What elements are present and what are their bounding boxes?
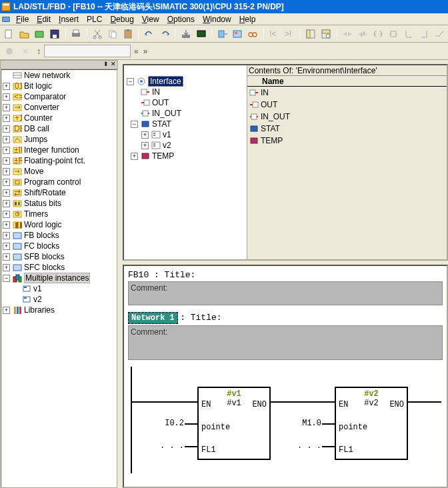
catalog-fc[interactable]: +FC blocks — [1, 241, 117, 251]
folder-icon — [12, 135, 22, 144]
menu-edit[interactable]: Edit — [33, 15, 55, 24]
block2-in1[interactable]: M1.0 — [292, 419, 321, 428]
box-button[interactable] — [386, 27, 400, 41]
catalog-move[interactable]: +Move — [1, 166, 117, 177]
network-comment[interactable]: Comment: — [128, 325, 443, 360]
nav-next[interactable]: » — [143, 47, 148, 56]
menu-plc[interactable]: PLC — [83, 15, 106, 24]
iface-in[interactable]: IN — [124, 87, 247, 97]
grid-row-out[interactable]: OUT — [247, 99, 447, 111]
detail-button[interactable] — [319, 27, 333, 41]
network-title-row: Network 1 : Title: — [128, 312, 443, 324]
grid-row-stat[interactable]: STAT — [247, 123, 447, 135]
prev-error-button[interactable]: !< — [267, 27, 281, 41]
goto-button[interactable] — [215, 27, 229, 41]
branch-open-button[interactable] — [401, 27, 415, 41]
menu-view[interactable]: View — [138, 15, 163, 24]
new-button[interactable] — [2, 27, 16, 41]
nav-prev[interactable]: « — [134, 47, 139, 56]
redo-button[interactable] — [157, 27, 171, 41]
catalog-converter[interactable]: +Converter — [1, 102, 117, 113]
svg-point-19 — [249, 33, 253, 37]
catalog-timers[interactable]: +Timers — [1, 209, 117, 219]
ref-button[interactable] — [231, 27, 245, 41]
catalog-multi-inst[interactable]: −Multiple instances — [1, 273, 117, 283]
undo-button[interactable] — [142, 27, 156, 41]
svg-rect-74 — [141, 89, 147, 95]
catalog-program-ctrl[interactable]: +Program control — [1, 177, 117, 187]
address-combo[interactable] — [44, 45, 131, 57]
app-icon — [1, 2, 11, 11]
catalog-sfc[interactable]: +SFC blocks — [1, 262, 117, 273]
cut-button[interactable] — [91, 27, 105, 41]
save-button[interactable] — [48, 27, 62, 41]
iface-inout[interactable]: IN_OUT — [124, 108, 247, 119]
catalog-new-network[interactable]: New network — [1, 70, 117, 81]
network-label[interactable]: Network 1 — [128, 312, 178, 324]
next-error-button[interactable]: >! — [283, 27, 297, 41]
connect-button[interactable] — [432, 27, 446, 41]
block1-in2[interactable]: . . . — [155, 441, 184, 451]
monitor-button[interactable] — [194, 27, 208, 41]
pin-in2-label: FL1 — [201, 445, 216, 455]
menu-options[interactable]: Options — [163, 15, 199, 24]
iface-out[interactable]: OUT — [124, 97, 247, 108]
menu-file[interactable]: File — [12, 15, 33, 24]
download-button[interactable] — [179, 27, 193, 41]
catalog-shift[interactable]: +⇄Shift/Rotate — [1, 187, 117, 198]
run-button[interactable]: ✕ — [19, 44, 33, 59]
block2-in2[interactable]: . . . — [292, 441, 321, 451]
catalog-libraries[interactable]: +Libraries — [1, 305, 117, 315]
catalog-counter[interactable]: ++1Counter — [1, 113, 117, 123]
copy-button[interactable] — [106, 27, 120, 41]
overview-button[interactable] — [304, 27, 318, 41]
catalog-close[interactable]: ⬍ ✕ — [0, 60, 118, 69]
iface-stat[interactable]: −STAT — [124, 119, 247, 129]
catalog-word-logic[interactable]: +▮▮Word logic — [1, 219, 117, 230]
catalog-v1[interactable]: v1 — [1, 283, 117, 294]
branch-close-button[interactable] — [417, 27, 431, 41]
rung-1: #v1 #v1 EN ENO pointe FL1 I0.2 . . . #v2… — [128, 367, 443, 473]
catalog-v2[interactable]: v2 — [1, 294, 117, 305]
interface-header: Contents Of: 'Environment\Interface' — [247, 65, 447, 76]
catalog-integer[interactable]: +±IIInteger function — [1, 145, 117, 155]
menu-help[interactable]: Help — [235, 15, 260, 24]
menu-insert[interactable]: Insert — [55, 15, 83, 24]
iface-v1[interactable]: +v1 — [124, 129, 247, 140]
print-button[interactable] — [69, 27, 83, 41]
interface-grid-panel: Contents Of: 'Environment\Interface' Nam… — [247, 65, 447, 259]
contact-no-button[interactable] — [341, 27, 355, 41]
catalog-db-call[interactable]: +DBDB call — [1, 123, 117, 134]
menu-bar: File Edit Insert PLC Debug View Options … — [0, 13, 448, 25]
paste-button[interactable] — [121, 27, 135, 41]
open-button[interactable] — [17, 27, 31, 41]
iface-v2[interactable]: +v2 — [124, 140, 247, 151]
iface-root[interactable]: −Interface — [124, 76, 247, 87]
svg-rect-84 — [142, 153, 149, 159]
catalog-jumps[interactable]: +Jumps — [1, 134, 117, 145]
catalog-bit-logic[interactable]: +01Bit logic — [1, 81, 117, 91]
menu-window[interactable]: Window — [199, 15, 235, 24]
fb-comment[interactable]: Comment: — [128, 281, 443, 305]
coil-button[interactable] — [371, 27, 385, 41]
grid-row-in[interactable]: IN — [247, 87, 447, 99]
block1-in1[interactable]: I0.2 — [155, 419, 184, 428]
block-v1[interactable]: #v1 #v1 EN ENO pointe FL1 — [197, 387, 271, 460]
breakpoint-button[interactable] — [2, 44, 17, 59]
catalog-comparator[interactable]: +<=>Comparator — [1, 91, 117, 102]
svg-point-29 — [6, 48, 13, 55]
menu-debug[interactable]: Debug — [106, 15, 137, 24]
block-v2[interactable]: #v2 #v2 EN ENO pointe FL1 — [335, 387, 408, 460]
iface-temp[interactable]: +TEMP — [124, 151, 247, 161]
workspace: ⬍ ✕ New network +01Bit logic +<=>Compara… — [0, 60, 448, 488]
catalog-status[interactable]: +Status bits — [1, 198, 117, 209]
open-online-button[interactable] — [33, 27, 47, 41]
catalog-float[interactable]: +±RFloating-point fct. — [1, 155, 117, 166]
glasses-button[interactable] — [246, 27, 260, 41]
contact-nc-button[interactable] — [355, 27, 369, 41]
catalog-fb[interactable]: +FB blocks — [1, 230, 117, 241]
catalog-sfb[interactable]: +SFB blocks — [1, 251, 117, 262]
svg-rect-75 — [144, 100, 149, 105]
grid-row-inout[interactable]: IN_OUT — [247, 111, 447, 123]
grid-row-temp[interactable]: TEMP — [247, 135, 447, 147]
